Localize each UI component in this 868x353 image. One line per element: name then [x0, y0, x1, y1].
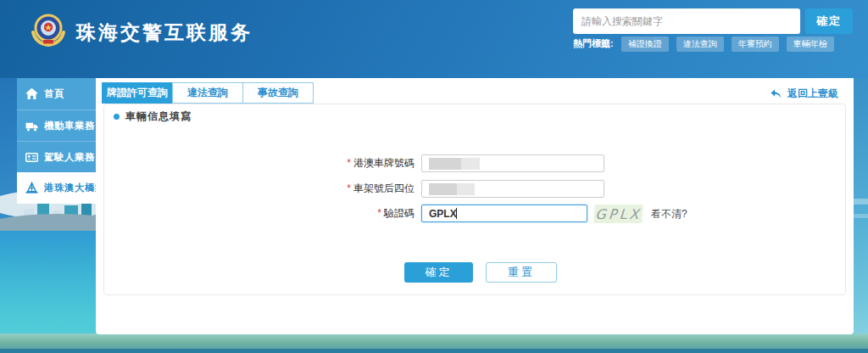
bridge-icon — [25, 182, 38, 194]
background-sea-dark-band — [0, 349, 868, 353]
captcha-group: GPLX 看不清? — [594, 205, 687, 223]
page: 珠海交警互联服务 確定 熱門標籤: 補證換證 違法查詢 年審預約 車輛年檢 首頁… — [0, 0, 868, 353]
sidebar-item-label: 首頁 — [44, 87, 64, 100]
captcha-image[interactable]: GPLX — [593, 205, 643, 223]
hot-tag[interactable]: 補證換證 — [621, 36, 669, 52]
sidebar-item-home[interactable]: 首頁 — [17, 78, 96, 109]
tab-bar: 牌證許可查詢 違法查詢 事故查詢 — [102, 82, 314, 104]
required-marker: * — [377, 207, 381, 219]
field-label: *港澳車牌號碼 — [104, 156, 415, 171]
hot-tag[interactable]: 違法查詢 — [676, 36, 724, 52]
section-header: 車輛信息填寫 — [114, 109, 192, 124]
search-submit-button[interactable]: 確定 — [805, 8, 853, 34]
confirm-button[interactable]: 確定 — [404, 262, 473, 283]
required-marker: * — [347, 182, 351, 194]
vehicle-icon — [25, 120, 38, 132]
site-title: 珠海交警互联服务 — [76, 20, 253, 46]
form-row-captcha: *驗證碼 — [104, 205, 845, 222]
home-icon — [25, 87, 38, 100]
tab-accident-query[interactable]: 事故查詢 — [242, 82, 314, 104]
back-to-previous-link[interactable]: 返回上壹級 — [770, 87, 838, 101]
back-arrow-icon — [770, 88, 782, 99]
form-row-plate-number: *港澳車牌號碼 — [104, 154, 845, 172]
field-label: *驗證碼 — [104, 206, 415, 221]
main-panel: 牌證許可查詢 違法查詢 事故查詢 返回上壹級 車輛信息填寫 *港澳車牌號碼 — [96, 78, 854, 334]
tab-violation-query[interactable]: 違法查詢 — [172, 82, 243, 104]
section-title: 車輛信息填寫 — [125, 109, 192, 124]
captcha-input-wrap — [421, 205, 587, 222]
field-label: *車架號后四位 — [104, 182, 415, 196]
sidebar-item-label: 機動車業務 — [44, 120, 95, 132]
field-label-text: 驗證碼 — [384, 207, 415, 219]
tab-license-permit-query[interactable]: 牌證許可查詢 — [102, 82, 173, 104]
sidebar-item-vehicle-services[interactable]: 機動車業務 — [17, 109, 96, 141]
hot-tag[interactable]: 車輛年檢 — [787, 36, 834, 52]
police-badge-logo — [28, 10, 69, 51]
form-card: 車輛信息填寫 *港澳車牌號碼 *車架號后四位 — [103, 104, 846, 295]
captcha-refresh-link[interactable]: 看不清? — [651, 207, 687, 221]
driver-license-icon — [25, 151, 38, 164]
search-input[interactable] — [573, 8, 800, 34]
sidebar-item-hzmb-services[interactable]: 港珠澳大橋業務 — [17, 172, 96, 204]
reset-button[interactable]: 重置 — [486, 262, 557, 283]
plate-number-input[interactable] — [421, 154, 604, 172]
hot-tag[interactable]: 年審預約 — [732, 36, 779, 52]
plate-number-input-wrap — [421, 154, 604, 172]
captcha-input[interactable] — [421, 205, 587, 222]
field-label-text: 港澳車牌號碼 — [353, 157, 415, 169]
search-box — [573, 8, 800, 34]
vin-last4-input-wrap — [421, 180, 604, 198]
section-bullet-icon — [114, 114, 120, 120]
text-cursor — [456, 208, 457, 219]
sidebar: 首頁 機動車業務 駕駛人業務 港珠澳大橋業務 — [17, 78, 96, 204]
required-marker: * — [347, 157, 351, 169]
background-cloud-streak — [851, 214, 868, 218]
form-row-vin-last4: *車架號后四位 — [104, 180, 845, 198]
sidebar-item-label: 駕駛人業務 — [44, 151, 95, 164]
field-label-text: 車架號后四位 — [353, 182, 415, 194]
back-link-label: 返回上壹級 — [787, 87, 838, 101]
vin-last4-input[interactable] — [421, 180, 604, 198]
header: 珠海交警互联服务 確定 熱門標籤: 補證換證 違法查詢 年審預約 車輛年檢 — [0, 0, 868, 78]
hot-tags-row: 熱門標籤: 補證換證 違法查詢 年審預約 車輛年檢 — [573, 36, 834, 51]
sidebar-item-driver-services[interactable]: 駕駛人業務 — [17, 141, 96, 172]
hot-tags-label: 熱門標籤: — [573, 37, 614, 50]
